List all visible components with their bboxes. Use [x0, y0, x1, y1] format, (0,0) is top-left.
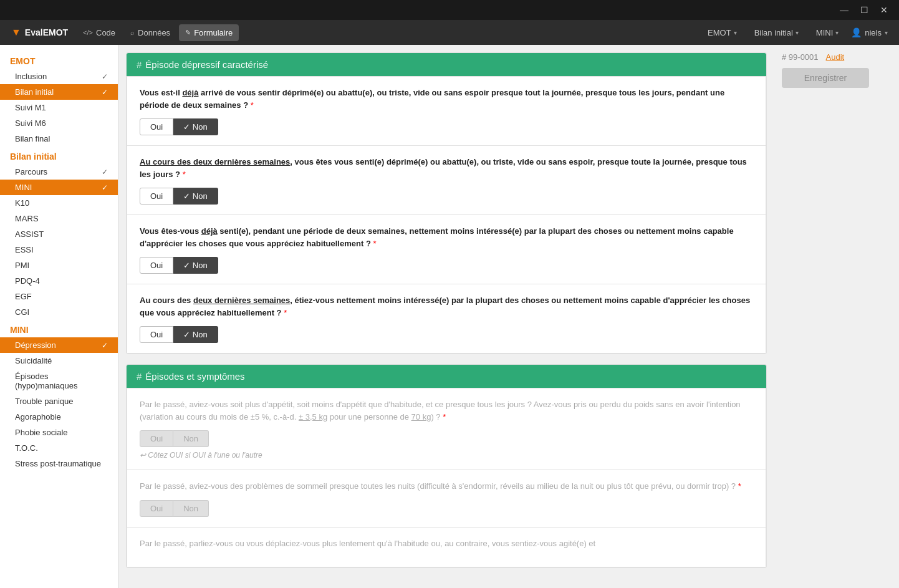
hash-icon-2: #: [137, 371, 142, 382]
question-text-q5: Par le passé, aviez-vous soit plus d'app…: [140, 398, 753, 423]
sidebar-item-phobie-sociale[interactable]: Phobie sociale: [0, 425, 118, 440]
question-block-q5: Par le passé, aviez-vous soit plus d'app…: [127, 388, 766, 470]
question-text-q1: Vous est-il déjà arrivé de vous sentir d…: [140, 87, 753, 111]
non-button-q4[interactable]: ✓ Non: [173, 326, 218, 343]
record-id: # 99-0001: [782, 52, 819, 62]
question-text-q3: Vous êtes-vous déjà senti(e), pendant un…: [140, 225, 753, 249]
question-block-q4: Au cours des deux dernières semaines, ét…: [127, 284, 766, 354]
dropdown-bilan[interactable]: Bilan initial ▾: [748, 24, 805, 41]
sidebar-item-pmi[interactable]: PMI: [0, 258, 118, 273]
code-icon: </>: [83, 29, 93, 36]
section-title-1: Épisode dépressif caractérisé: [145, 59, 268, 70]
main-content: # Épisode dépressif caractérisé Vous est…: [118, 45, 774, 588]
chevron-down-icon: ▾: [734, 29, 737, 36]
question-text-q7: Par le passé, parliez-vous ou vous dépla…: [140, 537, 753, 550]
sidebar-section-bilan: Bilan initial: [0, 147, 118, 164]
non-button-q6: Non: [173, 500, 209, 517]
username: niels: [865, 28, 882, 37]
sidebar-item-parcours[interactable]: Parcours ✓: [0, 164, 118, 180]
hash-icon: #: [137, 59, 142, 70]
titlebar: — ☐ ✕: [0, 0, 899, 20]
dropdown-mini[interactable]: MINI ▾: [810, 24, 845, 41]
sidebar-item-bilan-final[interactable]: Bilan final: [0, 131, 118, 147]
answer-buttons-q1: Oui ✓ Non: [140, 118, 753, 135]
sidebar-item-egf[interactable]: EGF: [0, 289, 118, 304]
oui-button-q4[interactable]: Oui: [140, 326, 173, 343]
chevron-down-icon: ▾: [835, 29, 839, 36]
sidebar-item-suivi-m6[interactable]: Suivi M6: [0, 115, 118, 131]
minimize-button[interactable]: —: [837, 2, 852, 17]
menu-donnees-label: Données: [138, 28, 170, 37]
menu-formulaire[interactable]: ✎ Formulaire: [179, 24, 239, 41]
edit-icon: ✎: [185, 29, 191, 37]
brand-icon: ▼: [11, 27, 21, 38]
sidebar-item-stress-post[interactable]: Stress post-traumatique: [0, 456, 118, 471]
menubar: ▼ EvalEMOT </> Code ⌕ Données ✎ Formulai…: [0, 20, 899, 45]
section-title-2: Épisodes et symptômes: [145, 371, 244, 382]
answer-buttons-q4: Oui ✓ Non: [140, 326, 753, 343]
dropdown-emot[interactable]: EMOT ▾: [701, 24, 743, 41]
answer-buttons-q3: Oui ✓ Non: [140, 257, 753, 274]
oui-button-q1[interactable]: Oui: [140, 118, 173, 135]
oui-button-q2[interactable]: Oui: [140, 188, 173, 205]
hint-q5: ↩ Côtez OUI si OUI à l'une ou l'autre: [140, 451, 753, 460]
save-button: Enregistrer: [782, 68, 869, 88]
section-episode-depressif: # Épisode dépressif caractérisé Vous est…: [126, 52, 767, 354]
section-header-2: # Épisodes et symptômes: [127, 365, 766, 388]
sidebar-item-k10[interactable]: K10: [0, 195, 118, 211]
non-button-q2[interactable]: ✓ Non: [173, 188, 218, 205]
question-block-q3: Vous êtes-vous déjà senti(e), pendant un…: [127, 215, 766, 284]
user-menu[interactable]: 👤 niels ▾: [845, 24, 894, 41]
sidebar-section-mini: MINI: [0, 320, 118, 337]
question-block-q7: Par le passé, parliez-vous ou vous dépla…: [127, 528, 766, 568]
app-brand[interactable]: ▼ EvalEMOT: [5, 24, 74, 41]
sidebar-item-mini[interactable]: MINI ✓: [0, 180, 118, 195]
user-chevron-icon: ▾: [885, 29, 888, 36]
answer-buttons-q6: Oui Non: [140, 500, 753, 517]
sidebar-item-mars[interactable]: MARS: [0, 211, 118, 226]
question-text-q2: Au cours des deux dernières semaines, vo…: [140, 156, 753, 180]
dropdown-emot-label: EMOT: [708, 28, 731, 37]
question-text-q4: Au cours des deux dernières semaines, ét…: [140, 294, 753, 319]
answer-buttons-q2: Oui ✓ Non: [140, 188, 753, 205]
sidebar-item-toc[interactable]: T.O.C.: [0, 440, 118, 456]
answer-buttons-q5: Oui Non: [140, 430, 753, 447]
brand-name: EvalEMOT: [25, 27, 68, 37]
close-button[interactable]: ✕: [877, 2, 892, 17]
menu-donnees[interactable]: ⌕ Données: [124, 24, 176, 41]
question-block-q2: Au cours des deux dernières semaines, vo…: [127, 146, 766, 215]
question-block-q1: Vous est-il déjà arrivé de vous sentir d…: [127, 76, 766, 146]
oui-button-q3[interactable]: Oui: [140, 257, 173, 274]
sidebar-item-bilan-initial[interactable]: Bilan initial ✓: [0, 84, 118, 100]
sidebar-item-suicidalite[interactable]: Suicidalité: [0, 353, 118, 369]
sidebar-item-trouble-panique[interactable]: Trouble panique: [0, 393, 118, 409]
sidebar-item-cgi[interactable]: CGI: [0, 304, 118, 320]
question-text-q6: Par le passé, aviez-vous des problèmes d…: [140, 480, 753, 493]
question-block-q6: Par le passé, aviez-vous des problèmes d…: [127, 470, 766, 528]
oui-button-q5: Oui: [140, 430, 173, 447]
sidebar-item-suivi-m1[interactable]: Suivi M1: [0, 100, 118, 115]
sidebar: EMOT Inclusion ✓ Bilan initial ✓ Suivi M…: [0, 45, 118, 588]
section-episodes-symptomes: # Épisodes et symptômes Par le passé, av…: [126, 364, 767, 568]
sidebar-item-inclusion[interactable]: Inclusion ✓: [0, 69, 118, 84]
oui-button-q6: Oui: [140, 500, 173, 517]
search-icon: ⌕: [130, 29, 135, 36]
right-panel: # 99-0001 Audit Enregistrer: [774, 45, 899, 588]
menu-formulaire-label: Formulaire: [194, 28, 233, 37]
menu-code[interactable]: </> Code: [77, 24, 122, 41]
sidebar-item-agoraphobie[interactable]: Agoraphobie: [0, 409, 118, 425]
chevron-down-icon: ▾: [796, 29, 799, 36]
sidebar-item-episodes-hypo[interactable]: Épisodes (hypo)maniaques: [0, 369, 118, 393]
non-button-q1[interactable]: ✓ Non: [173, 118, 218, 135]
non-button-q3[interactable]: ✓ Non: [173, 257, 218, 274]
dropdown-bilan-label: Bilan initial: [754, 28, 793, 37]
section-header-1: # Épisode dépressif caractérisé: [127, 53, 766, 76]
sidebar-item-assist[interactable]: ASSIST: [0, 226, 118, 242]
maximize-button[interactable]: ☐: [857, 2, 872, 17]
dropdown-mini-label: MINI: [816, 28, 833, 37]
sidebar-item-depression[interactable]: Dépression ✓: [0, 337, 118, 353]
sidebar-item-pdq4[interactable]: PDQ-4: [0, 273, 118, 289]
audit-link[interactable]: Audit: [826, 52, 845, 62]
sidebar-section-emot: EMOT: [0, 51, 118, 69]
sidebar-item-essi[interactable]: ESSI: [0, 242, 118, 258]
